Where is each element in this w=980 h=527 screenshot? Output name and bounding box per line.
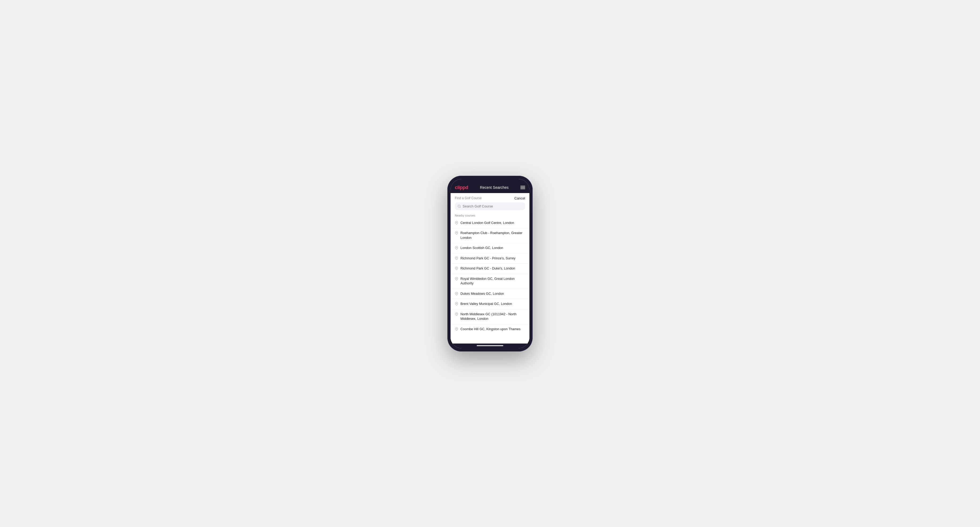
course-name: Richmond Park GC - Duke's, London (460, 266, 515, 271)
location-pin-icon (455, 267, 458, 270)
course-name: Central London Golf Centre, London (460, 221, 514, 225)
course-list-item[interactable]: Central London Golf Centre, London (450, 218, 530, 229)
location-pin-icon (455, 256, 458, 260)
svg-point-4 (456, 247, 457, 248)
course-list-item[interactable]: Coombe Hill GC, Kingston upon Thames (450, 324, 530, 335)
content-area: Find a Golf Course Cancel Nearby courses… (450, 193, 530, 343)
svg-point-5 (456, 257, 457, 258)
hamburger-line-3 (520, 189, 525, 189)
course-list-item[interactable]: Royal Wimbledon GC, Great London Authori… (450, 274, 530, 289)
hamburger-line-1 (520, 186, 525, 186)
course-name: Coombe Hill GC, Kingston upon Thames (460, 327, 521, 332)
find-course-header: Find a Golf Course Cancel (450, 193, 530, 202)
search-box[interactable] (455, 202, 525, 210)
location-pin-icon (455, 277, 458, 280)
course-name: Dukes Meadows GC, London (460, 292, 504, 296)
location-pin-icon (455, 313, 458, 316)
svg-point-2 (456, 222, 457, 222)
phone-device: clippd Recent Searches Find a Golf Cours… (447, 176, 533, 351)
location-pin-icon (455, 292, 458, 295)
course-name: Richmond Park GC - Prince's, Surrey (460, 256, 515, 261)
nav-bar: clippd Recent Searches (450, 183, 530, 193)
course-list-item[interactable]: Roehampton Club - Roehampton, Greater Lo… (450, 228, 530, 243)
home-indicator (450, 343, 530, 348)
svg-point-6 (456, 268, 457, 268)
svg-point-3 (456, 232, 457, 233)
svg-point-11 (456, 328, 457, 329)
svg-point-9 (456, 303, 457, 304)
course-list: Central London Golf Centre, London Roeha… (450, 218, 530, 343)
hamburger-line-2 (520, 187, 525, 188)
nearby-courses-label: Nearby courses (450, 212, 530, 218)
course-name: Roehampton Club - Roehampton, Greater Lo… (460, 231, 525, 240)
course-name: Brent Valley Municipal GC, London (460, 302, 512, 306)
home-bar (477, 345, 503, 346)
app-logo: clippd (455, 185, 468, 190)
location-pin-icon (455, 327, 458, 331)
course-list-item[interactable]: Richmond Park GC - Duke's, London (450, 264, 530, 274)
hamburger-menu-button[interactable] (520, 186, 525, 189)
course-list-item[interactable]: Richmond Park GC - Prince's, Surrey (450, 254, 530, 264)
svg-line-1 (460, 207, 460, 208)
svg-point-10 (456, 313, 457, 314)
location-pin-icon (455, 231, 458, 235)
location-pin-icon (455, 246, 458, 249)
svg-point-8 (456, 293, 457, 294)
search-input[interactable] (463, 204, 522, 208)
course-list-item[interactable]: Brent Valley Municipal GC, London (450, 299, 530, 310)
nav-title: Recent Searches (480, 185, 508, 190)
status-bar (450, 179, 530, 183)
course-list-item[interactable]: North Middlesex GC (1011942 - North Midd… (450, 310, 530, 324)
find-course-title: Find a Golf Course (455, 196, 482, 200)
course-name: North Middlesex GC (1011942 - North Midd… (460, 312, 525, 321)
search-icon (458, 205, 461, 208)
course-list-item[interactable]: Dukes Meadows GC, London (450, 289, 530, 299)
course-name: Royal Wimbledon GC, Great London Authori… (460, 277, 525, 286)
course-list-item[interactable]: London Scottish GC, London (450, 243, 530, 254)
cancel-button[interactable]: Cancel (514, 196, 525, 200)
svg-point-7 (456, 278, 457, 279)
course-name: London Scottish GC, London (460, 246, 503, 251)
phone-screen: clippd Recent Searches Find a Golf Cours… (450, 179, 530, 348)
location-pin-icon (455, 221, 458, 224)
location-pin-icon (455, 302, 458, 305)
